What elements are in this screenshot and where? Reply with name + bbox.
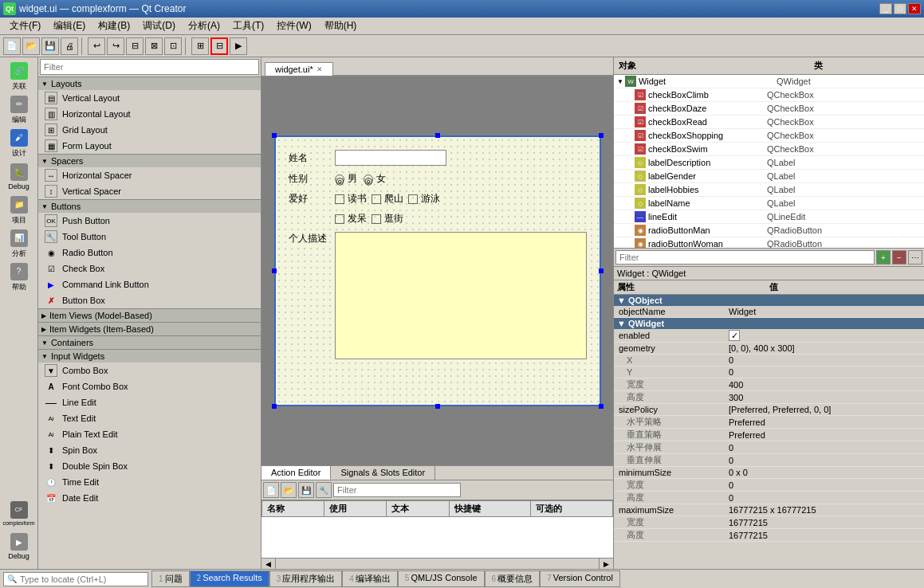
prop-filter-input[interactable]: [615, 250, 875, 265]
prop-row[interactable]: 垂直策略 Preferred: [614, 429, 924, 441]
prop-row[interactable]: 宽度 0: [614, 479, 924, 492]
status-tab-qml/js-console[interactable]: 5QML/JS Console: [398, 570, 485, 587]
tab-signals-slots[interactable]: Signals & Slots Editor: [331, 466, 435, 480]
prop-row[interactable]: 高度 300: [614, 391, 924, 404]
prop-row[interactable]: enabled ✓: [614, 329, 924, 343]
handle-tr[interactable]: [599, 133, 604, 138]
tb-open[interactable]: 📂: [22, 37, 40, 55]
obj-row[interactable]: ☑ checkBoxRead QCheckBox: [614, 116, 924, 129]
side-icon-debug[interactable]: 🐛 Debug: [3, 161, 35, 193]
tab-close-icon[interactable]: ✕: [317, 65, 323, 73]
obj-row[interactable]: ◉ radioButtonMan QRadioButton: [614, 224, 924, 237]
cb-shop[interactable]: 逛街: [372, 212, 403, 225]
side-icon-associate[interactable]: 🔗 关联: [3, 61, 35, 92]
tb-preview[interactable]: ▶: [230, 37, 247, 55]
obj-row[interactable]: ◉ radioButtonWoman QRadioButton: [614, 237, 924, 248]
obj-row[interactable]: ◇ labelGender QLabel: [614, 170, 924, 183]
prop-add-btn[interactable]: +: [876, 250, 891, 265]
widget-plain-text-edit[interactable]: Ai Plain Text Edit: [38, 426, 261, 442]
cb-climb[interactable]: 爬山: [372, 192, 403, 206]
prop-row[interactable]: 宽度 400: [614, 378, 924, 391]
status-tab-version-control[interactable]: 7Version Control: [540, 570, 620, 587]
widget-combo-box[interactable]: ▼ Combo Box: [38, 363, 261, 378]
prop-row[interactable]: 高度 0: [614, 492, 924, 504]
widget-filter-input[interactable]: [40, 59, 259, 75]
prop-row[interactable]: 高度 16777215: [614, 529, 924, 542]
widget-vertical-layout[interactable]: ▤ Vertical Layout: [38, 90, 261, 106]
radio-woman[interactable]: ◎ 女: [364, 172, 386, 186]
widget-tool-button[interactable]: 🔧 Tool Button: [38, 229, 261, 245]
widget-grid-layout[interactable]: ⊞ Grid Layout: [38, 122, 261, 138]
name-input[interactable]: [335, 150, 446, 166]
prop-row[interactable]: 宽度 16777215: [614, 516, 924, 529]
widget-push-button[interactable]: OK Push Button: [38, 213, 261, 229]
prop-more-btn[interactable]: ⋯: [908, 250, 922, 265]
tab-widget-ui[interactable]: widget.ui* ✕: [265, 62, 333, 76]
handle-mr[interactable]: [599, 269, 604, 273]
widget-spin-box[interactable]: ⬍ Spin Box: [38, 442, 261, 458]
tb-align2[interactable]: ⊠: [145, 37, 163, 55]
desc-textarea[interactable]: [335, 232, 587, 359]
status-tab-应用程序输出[interactable]: 3应用程序输出: [269, 570, 343, 587]
widget-line-edit[interactable]: — Line Edit: [38, 394, 261, 410]
menu-build[interactable]: 构建(B): [92, 18, 136, 34]
menu-controls[interactable]: 控件(W): [270, 18, 317, 34]
obj-row[interactable]: ☑ checkBoxSwim QCheckBox: [614, 143, 924, 156]
widget-radio-button[interactable]: ◉ Radio Button: [38, 245, 261, 261]
obj-row[interactable]: ◇ labelHobbies QLabel: [614, 183, 924, 197]
bottom-scrollbar[interactable]: ◀ ▶: [261, 558, 613, 569]
close-button[interactable]: ✕: [908, 3, 921, 14]
tb-print[interactable]: 🖨: [61, 37, 78, 55]
widget-horiz-spacer[interactable]: ↔ Horizontal Spacer: [38, 167, 261, 183]
handle-bc[interactable]: [435, 404, 440, 409]
tb-align1[interactable]: ⊟: [126, 37, 144, 55]
prop-row[interactable]: 垂直伸展 0: [614, 454, 924, 467]
obj-row[interactable]: ☑ checkBoxDaze QCheckBox: [614, 102, 924, 116]
bottom-tb-open[interactable]: 📂: [281, 482, 297, 498]
prop-row[interactable]: maximumSize 16777215 x 16777215: [614, 504, 924, 516]
scroll-right-btn[interactable]: ▶: [599, 559, 613, 569]
obj-row[interactable]: ☑ checkBoxShopping QCheckBox: [614, 129, 924, 143]
handle-br[interactable]: [599, 404, 604, 409]
prop-row[interactable]: X 0: [614, 355, 924, 367]
status-tab-概要信息[interactable]: 6概要信息: [485, 570, 541, 587]
tb-grid[interactable]: ⊞: [191, 37, 209, 55]
obj-row[interactable]: ◇ labelName QLabel: [614, 197, 924, 210]
cb-read[interactable]: 读书: [335, 192, 367, 206]
status-tab-search-results[interactable]: 2Search Results: [190, 570, 269, 587]
cb-swim[interactable]: 游泳: [408, 192, 440, 206]
side-icon-complexform[interactable]: CF complexform: [3, 497, 35, 529]
menu-help[interactable]: 帮助(H): [318, 18, 364, 34]
widget-double-spin-box[interactable]: ⬍ Double Spin Box: [38, 458, 261, 474]
prop-row[interactable]: sizePolicy [Preferred, Preferred, 0, 0]: [614, 404, 924, 416]
menu-tools[interactable]: 工具(T): [226, 18, 270, 34]
bottom-tb-tool[interactable]: 🔧: [316, 482, 332, 498]
widget-font-combo-box[interactable]: A Font Combo Box: [38, 378, 261, 394]
handle-bl[interactable]: [272, 404, 277, 409]
prop-row[interactable]: minimumSize 0 x 0: [614, 467, 924, 479]
widget-text-edit[interactable]: Ai Text Edit: [38, 410, 261, 426]
bottom-filter-input[interactable]: [333, 483, 461, 497]
tb-undo[interactable]: ↩: [88, 37, 105, 55]
handle-tc[interactable]: [435, 133, 440, 138]
minimize-button[interactable]: _: [879, 3, 892, 14]
form-canvas[interactable]: 姓名 性别 ◎ 男 ◎ 女: [274, 135, 601, 406]
side-icon-design[interactable]: 🖌 设计: [3, 127, 35, 159]
side-icon-analyze[interactable]: 📊 分析: [3, 228, 35, 260]
menu-edit[interactable]: 编辑(E): [47, 18, 92, 34]
tb-redo[interactable]: ↪: [107, 37, 124, 55]
prop-row[interactable]: 水平策略 Preferred: [614, 416, 924, 429]
menu-debug[interactable]: 调试(D): [136, 18, 182, 34]
menu-analyze[interactable]: 分析(A): [182, 18, 226, 34]
status-search-input[interactable]: [20, 574, 147, 584]
side-icon-help[interactable]: ? 帮助: [3, 261, 35, 293]
bottom-tb-new[interactable]: 📄: [263, 482, 279, 498]
cb-daze[interactable]: 发呆: [335, 212, 367, 225]
prop-remove-btn[interactable]: −: [892, 250, 906, 265]
widget-check-box[interactable]: ☑ Check Box: [38, 261, 261, 276]
menu-file[interactable]: 文件(F): [3, 18, 47, 34]
side-icon-edit[interactable]: ✏ 编辑: [3, 94, 35, 126]
handle-tl[interactable]: [272, 133, 277, 138]
tb-align3[interactable]: ⊡: [164, 37, 182, 55]
prop-row[interactable]: geometry [0, 0), 400 x 300]: [614, 343, 924, 355]
